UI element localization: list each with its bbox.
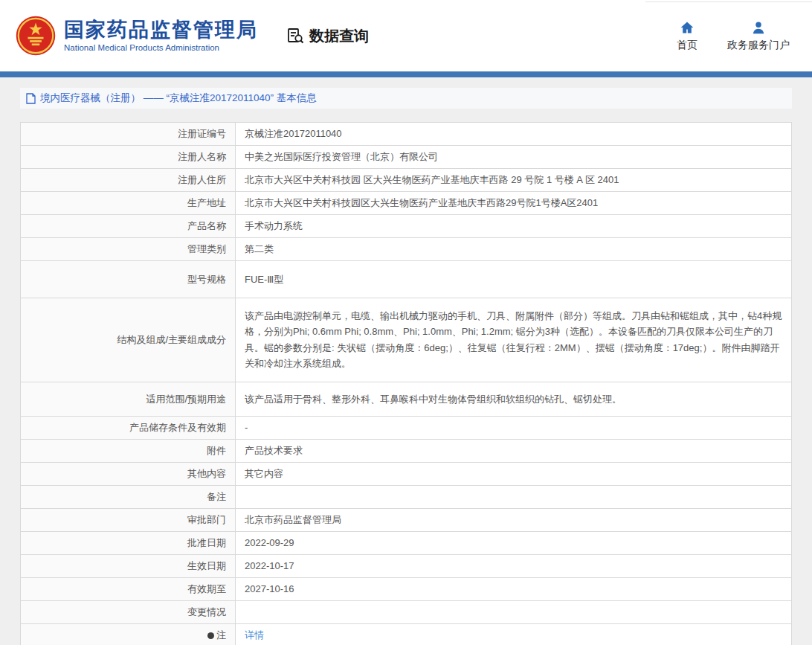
- document-icon: [26, 93, 36, 104]
- field-value: 产品技术要求: [236, 439, 792, 462]
- table-row: 生产地址北京市大兴区中关村科技园区大兴生物医药产业基地庆丰西路29号院1号楼A区…: [21, 192, 792, 215]
- field-label: 型号规格: [21, 261, 236, 298]
- field-label: 管理类别: [21, 238, 236, 261]
- nav-portal-label: 政务服务门户: [727, 39, 790, 52]
- field-value: 中美之光国际医疗投资管理（北京）有限公司: [236, 146, 792, 169]
- field-value: 第二类: [236, 238, 792, 261]
- org-name-en: National Medical Products Administration: [64, 43, 258, 52]
- site-header: 国家药品监督管理局 National Medical Products Admi…: [0, 0, 812, 71]
- table-row: 管理类别第二类: [21, 238, 792, 261]
- table-row: 有效期至2027-10-16: [21, 577, 792, 600]
- brand: 国家药品监督管理局 National Medical Products Admi…: [15, 15, 258, 57]
- top-nav: 首页 政务服务门户: [677, 20, 790, 52]
- data-query-icon: [286, 27, 304, 45]
- field-label: 适用范围/预期用途: [21, 382, 236, 416]
- table-row: 产品名称手术动力系统: [21, 215, 792, 238]
- field-value: [236, 485, 792, 508]
- table-row: 适用范围/预期用途该产品适用于骨科、整形外科、耳鼻喉科中对生物体骨组织和软组织的…: [21, 382, 792, 416]
- field-value: 2022-09-29: [236, 531, 792, 554]
- table-row: 生效日期2022-10-17: [21, 554, 792, 577]
- table-row: 注册人住所北京市大兴区中关村科技园 区大兴生物医药产业基地庆丰西路 29 号院 …: [21, 169, 792, 192]
- field-value: 2022-10-17: [236, 554, 792, 577]
- field-value: 其它内容: [236, 462, 792, 485]
- table-row: 注详情: [21, 623, 792, 645]
- field-label: 生产地址: [21, 192, 236, 215]
- field-label: 注: [21, 623, 236, 645]
- table-row: 结构及组成/主要组成成分该产品由电源控制单元，电缆、输出机械力驱动的手机、刀具、…: [21, 298, 792, 382]
- breadcrumb-text: 境内医疗器械（注册） —— “京械注准20172011040” 基本信息: [40, 92, 317, 105]
- field-label: 产品名称: [21, 215, 236, 238]
- org-name-cn: 国家药品监督管理局: [64, 19, 258, 42]
- table-row: 其他内容其它内容: [21, 462, 792, 485]
- data-query-title: 数据查询: [286, 26, 369, 46]
- table-row: 型号规格FUE-Ⅲ型: [21, 261, 792, 298]
- field-value: 北京市大兴区中关村科技园 区大兴生物医药产业基地庆丰西路 29 号院 1 号楼 …: [236, 169, 792, 192]
- table-row: 产品储存条件及有效期-: [21, 416, 792, 439]
- field-value: 京械注准20172011040: [236, 123, 792, 146]
- field-value: 详情: [236, 623, 792, 645]
- person-icon: [751, 20, 766, 35]
- table-row: 注册人名称中美之光国际医疗投资管理（北京）有限公司: [21, 146, 792, 169]
- table-row: 附件产品技术要求: [21, 439, 792, 462]
- breadcrumb: 境内医疗器械（注册） —— “京械注准20172011040” 基本信息: [20, 88, 792, 109]
- data-query-label: 数据查询: [309, 26, 369, 46]
- field-label: 注册人名称: [21, 146, 236, 169]
- main-content: 境内医疗器械（注册） —— “京械注准20172011040” 基本信息 注册证…: [0, 77, 812, 645]
- field-value: 该产品适用于骨科、整形外科、耳鼻喉科中对生物体骨组织和软组织的钻孔、锯切处理。: [236, 382, 792, 416]
- table-row: 备注: [21, 485, 792, 508]
- header-divider-bar: [0, 71, 812, 77]
- nav-portal[interactable]: 政务服务门户: [727, 20, 790, 52]
- field-value: -: [236, 416, 792, 439]
- header-top-divider: [645, 1, 812, 2]
- field-label: 有效期至: [21, 577, 236, 600]
- field-value: [236, 600, 792, 623]
- nav-home-label: 首页: [677, 39, 697, 52]
- field-label: 生效日期: [21, 554, 236, 577]
- field-value: 手术动力系统: [236, 215, 792, 238]
- field-label: 备注: [21, 485, 236, 508]
- national-emblem-logo: [15, 15, 57, 57]
- field-label: 结构及组成/主要组成成分: [21, 298, 236, 382]
- field-label: 注册证编号: [21, 123, 236, 146]
- field-label: 产品储存条件及有效期: [21, 416, 236, 439]
- home-icon: [680, 20, 695, 35]
- note-dot-icon: [207, 632, 214, 639]
- nav-home[interactable]: 首页: [677, 20, 697, 52]
- table-row: 批准日期2022-09-29: [21, 531, 792, 554]
- detail-link[interactable]: 详情: [245, 629, 264, 641]
- field-value: FUE-Ⅲ型: [236, 261, 792, 298]
- field-label: 注册人住所: [21, 169, 236, 192]
- table-row: 注册证编号京械注准20172011040: [21, 123, 792, 146]
- brand-text: 国家药品监督管理局 National Medical Products Admi…: [64, 19, 258, 53]
- table-row: 变更情况: [21, 600, 792, 623]
- field-value: 该产品由电源控制单元，电缆、输出机械力驱动的手机、刀具、附属附件（部分）等组成。…: [236, 298, 792, 382]
- field-label: 审批部门: [21, 508, 236, 531]
- field-label: 变更情况: [21, 600, 236, 623]
- field-label: 其他内容: [21, 462, 236, 485]
- field-label: 批准日期: [21, 531, 236, 554]
- info-table: 注册证编号京械注准20172011040注册人名称中美之光国际医疗投资管理（北京…: [20, 122, 792, 645]
- table-row: 审批部门北京市药品监督管理局: [21, 508, 792, 531]
- field-value: 北京市大兴区中关村科技园区大兴生物医药产业基地庆丰西路29号院1号楼A区2401: [236, 192, 792, 215]
- field-value: 2027-10-16: [236, 577, 792, 600]
- field-value: 北京市药品监督管理局: [236, 508, 792, 531]
- field-label: 附件: [21, 439, 236, 462]
